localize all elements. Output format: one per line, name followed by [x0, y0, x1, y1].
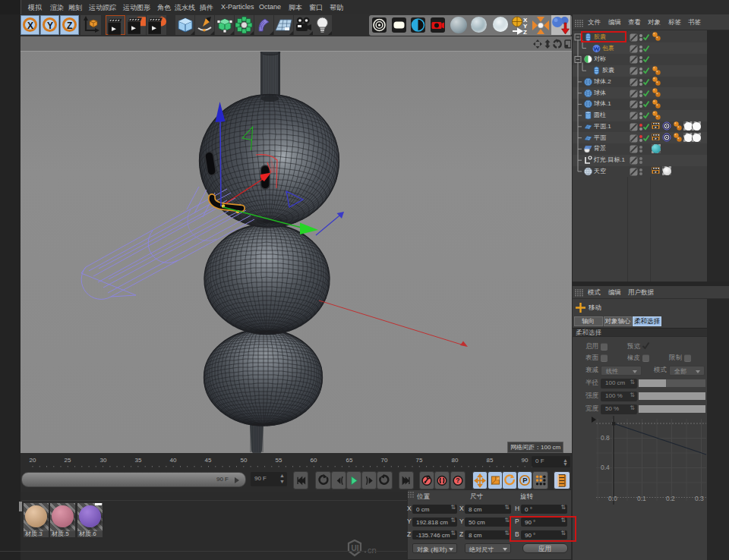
svg-text:Z: Z [523, 29, 527, 35]
svg-text:cn: cn [368, 546, 377, 555]
svg-text:P: P [522, 477, 527, 485]
svg-text:?: ? [456, 477, 459, 485]
